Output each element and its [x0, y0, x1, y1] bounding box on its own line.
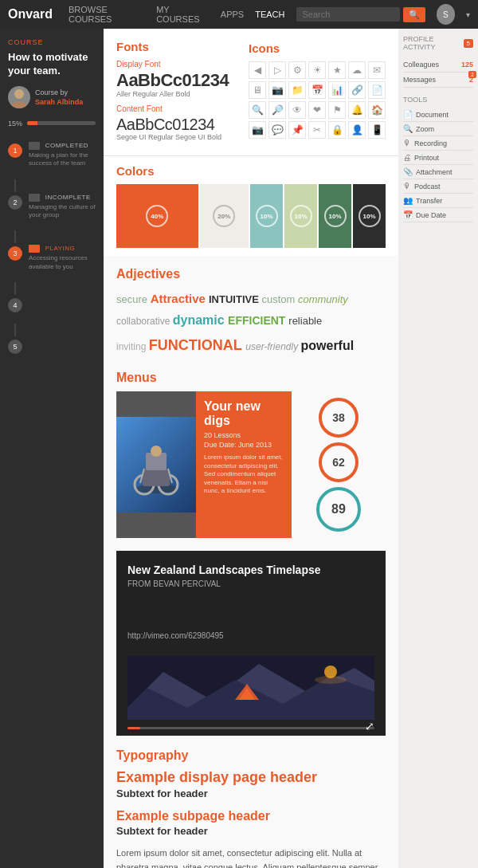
printout-icon: 🖨 — [403, 153, 411, 162]
stat-circle-89: 89 — [316, 487, 361, 532]
logo[interactable]: Onvard — [8, 7, 53, 22]
icon-cell: 📌 — [288, 121, 306, 139]
svg-rect-5 — [143, 469, 170, 486]
step-1[interactable]: 1 COMPLETED Making a plan for the succes… — [8, 142, 96, 168]
avatar-chevron[interactable]: ▾ — [466, 10, 470, 19]
profile-activity-badge: 5 — [464, 39, 473, 48]
adj-collaborative: collaborative — [116, 316, 173, 327]
color-pct-10b: 10% — [290, 205, 312, 227]
tool-transfer[interactable]: 👥 Transfer — [403, 194, 473, 208]
typography-title: Typography — [116, 748, 386, 763]
adj-efficient: EFFICIENT — [228, 314, 288, 327]
icon-cell: ☁ — [348, 61, 366, 79]
search-container: 🔍 — [296, 7, 425, 22]
color-bar-green: 10% — [284, 184, 317, 248]
tool-podcast[interactable]: 🎙 Podcast — [403, 179, 473, 194]
messages-badge: 2 — [468, 71, 476, 78]
menus-section: Menus — [116, 371, 386, 538]
menus-title: Menus — [116, 371, 386, 385]
right-sidebar: Profile activity 5 Colleagues 125 Messag… — [398, 29, 478, 868]
search-input[interactable] — [296, 7, 400, 22]
icon-cell: ▷ — [268, 61, 286, 79]
step-5[interactable]: 5 — [8, 338, 96, 354]
step-connector-3 — [14, 282, 16, 295]
profile-activity-title: Profile activity — [403, 35, 464, 51]
left-sidebar: COURSE How to motivate your team. Course… — [0, 29, 104, 868]
nav-apps[interactable]: APPS — [221, 10, 244, 19]
course-label: COURSE — [8, 38, 96, 46]
nav-teach[interactable]: TEACH — [255, 10, 284, 19]
progress-fill — [27, 121, 37, 125]
video-title: New Zealand Landscapes Timelapse — [127, 564, 374, 576]
step-num-5: 5 — [8, 340, 22, 354]
step-3[interactable]: 3 PLAYING Accessing resources available … — [8, 245, 96, 271]
fonts-panel: Fonts Display Font AaBbCc01234 Aller Reg… — [104, 29, 398, 156]
avatar[interactable]: S — [437, 4, 456, 25]
color-bar-teal: 10% — [250, 184, 283, 248]
step-num-3: 3 — [8, 246, 22, 261]
style-guide: Adjectives secure Attractive INTUITIVE c… — [104, 256, 398, 868]
step-status-1: COMPLETED — [29, 142, 96, 150]
video-url: http://vimeo.com/62980495 — [127, 631, 374, 640]
activity-messages[interactable]: Messages 2 2 — [403, 73, 473, 88]
color-bar-darkgreen: 10% — [319, 184, 351, 248]
author-info: Course by Sarah Albinda — [35, 88, 83, 106]
typo-h1: Example display page header — [116, 769, 386, 786]
fonts-title: Fonts — [116, 40, 233, 53]
step-content-2: INCOMPLETE Managing the culture of your … — [29, 194, 96, 220]
nav-my-courses[interactable]: MY COURSES — [156, 5, 210, 24]
display-font-sample: AaBbCc01234 — [116, 71, 233, 90]
color-pct-10c: 10% — [324, 205, 347, 227]
video-block: New Zealand Landscapes Timelapse FROM BE… — [116, 551, 386, 736]
step-connector-1 — [14, 179, 16, 192]
step-status-3: PLAYING — [29, 245, 96, 253]
adj-community: community — [298, 293, 348, 305]
icon-cell: ✂ — [308, 121, 326, 139]
stat-circle-62: 62 — [319, 442, 358, 482]
video-sub: FROM BEVAN PERCIVAL — [127, 579, 374, 588]
adj-dynamic: dynamic — [173, 313, 228, 327]
menu-card: Your new digs 20 Lessons Due Date: June … — [116, 391, 386, 538]
fonts-col: Fonts Display Font AaBbCc01234 Aller Reg… — [116, 40, 233, 147]
fullscreen-button[interactable]: ⤢ — [365, 720, 374, 732]
icon-cell: 👤 — [348, 121, 366, 139]
tool-recording[interactable]: 🎙 Recording — [403, 136, 473, 151]
adj-intuitive: INTUITIVE — [209, 293, 261, 305]
course-title: How to motivate your team. — [8, 51, 96, 78]
video-progress-fill — [127, 727, 140, 729]
typo-h2: Example subpage header — [116, 809, 386, 823]
icon-cell: 🔒 — [328, 121, 346, 139]
icon-cell: ⚙ — [288, 61, 306, 79]
tool-zoom[interactable]: 🔍 Zoom — [403, 122, 473, 136]
tool-attachment[interactable]: 📎 Attachment — [403, 165, 473, 179]
tool-zoom-label: Zoom — [416, 125, 434, 133]
icons-title: Icons — [249, 41, 386, 55]
tool-recording-label: Recording — [414, 139, 447, 147]
tools-label: TOOLS — [403, 96, 473, 104]
adj-user-friendly: user-friendly — [245, 341, 300, 352]
tool-printout-label: Printout — [414, 154, 439, 162]
typo-sub2: Subtext for header — [116, 825, 386, 837]
icons-panel: Icons ◀ ▷ ⚙ ☀ ★ ☁ ✉ 🖥 📷 📁 📅 📊 — [249, 40, 386, 147]
icon-cell: ❤ — [308, 101, 326, 119]
menu-card-info: Your new digs 20 Lessons Due Date: June … — [196, 391, 292, 538]
step-desc-2: Managing the culture of your group — [29, 203, 96, 220]
search-button[interactable]: 🔍 — [403, 7, 425, 22]
podcast-icon: 🎙 — [403, 182, 411, 190]
nav-browse[interactable]: BROWSE COURSES — [69, 5, 145, 24]
tool-printout[interactable]: 🖨 Printout — [403, 151, 473, 165]
icon-cell: 📅 — [308, 81, 326, 99]
step-2[interactable]: 2 INCOMPLETE Managing the culture of you… — [8, 194, 96, 220]
tool-document[interactable]: 📄 Document — [403, 108, 473, 122]
step-4[interactable]: 4 — [8, 297, 96, 312]
menu-card-image — [116, 391, 196, 538]
tool-due-date[interactable]: 📅 Due Date — [403, 208, 473, 222]
adjectives-section: Adjectives secure Attractive INTUITIVE c… — [116, 267, 386, 358]
video-progress[interactable] — [127, 727, 374, 729]
author-avatar — [8, 86, 30, 108]
tool-transfer-label: Transfer — [416, 197, 442, 205]
video-thumbnail — [127, 656, 374, 720]
color-pct-40: 40% — [146, 205, 168, 227]
icon-cell: 📊 — [328, 81, 346, 99]
activity-colleagues[interactable]: Colleagues 125 — [403, 57, 473, 73]
